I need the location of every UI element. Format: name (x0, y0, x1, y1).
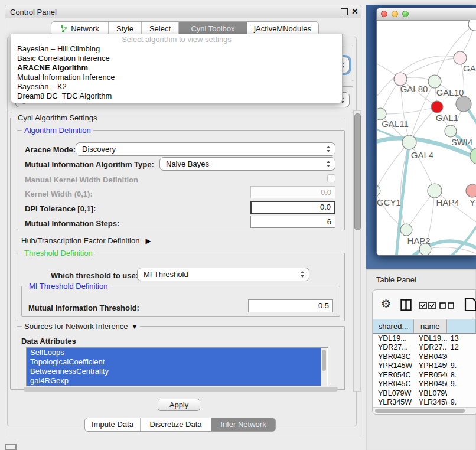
network-node-bottom-node[interactable] (419, 243, 431, 255)
tab-infer-network[interactable]: Infer Network (211, 418, 275, 431)
float-window-icon[interactable] (341, 8, 348, 15)
manual-kernel-label: Manual Kernel Width Definition (25, 175, 138, 184)
attribute-item-gal4rgexp[interactable]: gal4RGexp (27, 376, 322, 386)
network-graph[interactable]: GAL7GAL80GAL10GAL11GAL1SWI4GAL4GCY1HAP4Y… (377, 20, 476, 255)
apply-button[interactable]: Apply (158, 399, 200, 411)
network-canvas[interactable]: GAL7GAL80GAL10GAL11GAL1SWI4GAL4GCY1HAP4Y… (377, 20, 476, 255)
table-cell: YBL079W (414, 389, 447, 397)
close-traffic-light-icon[interactable] (381, 11, 387, 17)
table-cell: YER054C (373, 371, 414, 379)
table-cell: YBR045C (373, 380, 414, 388)
minimized-panel-icon[interactable] (5, 444, 17, 450)
page-icon[interactable] (464, 297, 476, 312)
table-cell: YLR345W (373, 398, 414, 406)
mi-threshold-group-label: MI Threshold Definition (27, 282, 110, 291)
table-cell: YDR27... (414, 343, 447, 351)
network-edge (380, 107, 437, 114)
mi-type-combo[interactable]: Naive Bayes (159, 157, 335, 171)
table-row[interactable]: YDL19...YDL19...13 (373, 334, 476, 343)
algorithm-definition-label: Algorithm Definition (22, 126, 93, 135)
aracne-mode-label: Aracne Mode: (25, 145, 76, 154)
table-header-row: shared...name (373, 319, 476, 334)
gear-icon[interactable]: ⚙ (381, 298, 391, 310)
zoom-traffic-light-icon[interactable] (402, 11, 409, 17)
table-row[interactable]: YDR27...YDR27...12 (373, 343, 476, 353)
table-cell: YDR27... (373, 343, 414, 351)
algorithm-option-basic-correlation-inference[interactable]: Basic Correlation Inference (11, 54, 342, 63)
close-icon[interactable]: ✕ (351, 6, 358, 16)
algorithm-option-dream8-dc-tdc-algorithm[interactable]: Dream8 DC_TDC Algorithm (11, 92, 342, 101)
hub-definition-toggle[interactable]: Hub/Transcription Factor Definition▶ (21, 236, 151, 245)
table-rows: YDL19...YDL19...13YDR27...YDR27...12YBR0… (373, 334, 476, 407)
network-window-titlebar[interactable] (377, 8, 476, 21)
mi-threshold-field[interactable]: 0.5 (248, 299, 333, 312)
unchecked-boxes-icon[interactable] (439, 302, 455, 309)
network-node-hap4[interactable] (428, 184, 442, 198)
network-node-y-node[interactable] (466, 184, 476, 197)
network-edge (400, 58, 460, 79)
node-label-y-node: Y (470, 197, 475, 207)
table-row[interactable]: YPR145WYPR145W9. (373, 361, 476, 371)
attributes-list-scrollbar-thumb[interactable] (322, 350, 326, 371)
network-node-gal7[interactable] (454, 51, 467, 64)
table-cell: YDL19... (373, 334, 414, 343)
combo-stepper-icon (327, 146, 331, 152)
column-header-shared[interactable]: shared... (373, 319, 414, 334)
tab-impute-data[interactable]: Impute Data (85, 418, 141, 431)
cyni-algorithm-settings-label: Cyni Algorithm Settings (15, 113, 99, 122)
algorithm-option-bayesian-k2[interactable]: Bayesian – K2 (11, 82, 342, 92)
checked-boxes-icon[interactable] (419, 302, 436, 309)
attribute-item-betweennesscentrality[interactable]: BetweennessCentrality (27, 367, 322, 376)
table-cell: 13 (447, 334, 476, 343)
column-header-name[interactable]: name (414, 319, 447, 334)
data-attributes-label: Data Attributes (21, 337, 76, 345)
network-node-gray-node[interactable] (456, 96, 471, 112)
network-node-gal1[interactable] (445, 125, 457, 137)
table-row[interactable]: YBR043CYBR043C (373, 352, 476, 361)
which-threshold-combo[interactable]: MI Threshold (137, 268, 309, 281)
algorithm-option-aracne-algorithm[interactable]: ARACNE Algorithm (11, 63, 342, 73)
network-node-gal4[interactable] (402, 135, 416, 149)
network-node-hap2[interactable] (400, 224, 412, 236)
attribute-item-topologicalcoefficient[interactable]: TopologicalCoefficient (27, 357, 322, 367)
column-header-col2[interactable] (447, 319, 476, 334)
algorithm-option-mutual-information-inference[interactable]: Mutual Information Inference (11, 73, 342, 82)
attributes-list-hscrollbar[interactable] (24, 387, 338, 392)
network-node-gal11[interactable] (377, 108, 386, 120)
bottom-tab-bar: Impute DataDiscretize DataInfer Network (84, 418, 276, 432)
dpi-tolerance-label: DPI Tolerance [0,1]: (25, 204, 96, 213)
table-cell: 9. (447, 398, 476, 406)
tab-discretize-data[interactable]: Discretize Data (141, 418, 211, 431)
network-node-red-node[interactable] (431, 101, 443, 113)
split-columns-icon[interactable] (400, 299, 412, 311)
table-cell: YBR043C (373, 353, 414, 361)
mi-type-value: Naive Bayes (166, 159, 209, 168)
expand-arrow-icon[interactable]: ▶ (145, 237, 151, 245)
network-node-gal10[interactable] (428, 75, 441, 88)
node-label-gal7: GAL7 (463, 63, 476, 73)
mi-steps-label: Mutual Information Steps: (25, 219, 119, 228)
mi-threshold-label: Mutual Information Threshold: (28, 304, 139, 312)
attribute-item-selfloops[interactable]: SelfLoops (27, 348, 322, 357)
settings-scrollbar-thumb[interactable] (354, 113, 361, 230)
network-node-gcy1[interactable] (377, 185, 380, 196)
network-icon (60, 25, 68, 33)
table-cell: YPR145W (414, 361, 447, 370)
aracne-mode-combo[interactable]: Discovery (76, 142, 335, 156)
mi-steps-field[interactable]: 6 (250, 216, 335, 228)
dpi-tolerance-field[interactable]: 0.0 (250, 201, 335, 214)
table-row[interactable]: YBR045CYBR045C9. (373, 380, 476, 389)
node-table: shared...name YDL19...YDL19...13YDR27...… (373, 319, 476, 407)
network-view-window[interactable]: GAL7GAL80GAL10GAL11GAL1SWI4GAL4GCY1HAP4Y… (376, 8, 476, 256)
network-node-top-node[interactable] (468, 20, 476, 31)
control-panel-titlebar (5, 5, 361, 18)
minimize-traffic-light-icon[interactable] (392, 11, 398, 17)
data-attributes-list[interactable]: SelfLoopsTopologicalCoefficientBetweenne… (26, 347, 328, 386)
table-cell: YBL079W (373, 389, 414, 397)
algorithm-option-bayesian-hill-climbing[interactable]: Bayesian – Hill Climbing (11, 44, 342, 54)
collapse-arrow-icon[interactable]: ▼ (132, 323, 138, 330)
table-hscrollbar-thumb[interactable] (375, 409, 465, 413)
table-row[interactable]: YER054CYER054C8. (373, 370, 476, 380)
table-row[interactable]: YLR345WYLR345W9. (373, 398, 476, 407)
table-row[interactable]: YBL079WYBL079W (373, 389, 476, 398)
